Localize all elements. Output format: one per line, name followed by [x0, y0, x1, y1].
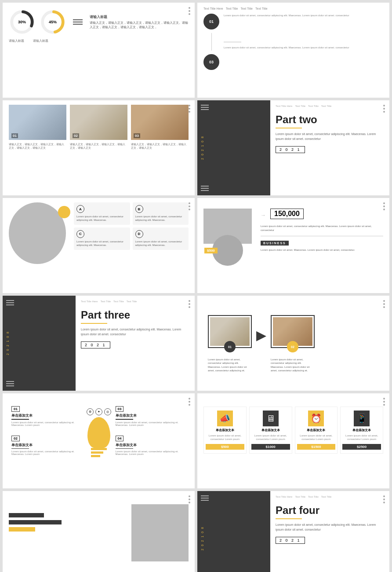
bulb-center: ⚙ ✦ ◎ — [87, 404, 111, 457]
card-b-text: Lorem ipsum dolor sit amet, consectetur … — [135, 215, 186, 222]
caption-1: 请输入正文，请输入正文，请输入正文，请输入正文，请输入正文，请输入正文 — [9, 143, 66, 150]
slide9-menu[interactable] — [189, 398, 190, 406]
item-02-line — [11, 448, 29, 449]
photo-num-1: 01 — [11, 133, 18, 138]
circles-column: 01 03 — [203, 14, 219, 70]
vert-year-text: 2 0 2 1 0 8 — [201, 136, 267, 160]
item-04-line — [116, 448, 133, 449]
flow-circle-2: 02 — [287, 341, 298, 352]
ci-3: ◎ — [104, 408, 111, 415]
slide-3: 01 02 03 请输入正文，请输入正文，请输入正文，请输入正文，请输入正文，请… — [3, 100, 195, 195]
slide3-captions: 请输入正文，请输入正文，请输入正文，请输入正文，请输入正文，请输入正文 请输入正… — [9, 143, 189, 150]
item-01-line — [11, 419, 29, 420]
slide3-photos: 01 02 03 — [9, 105, 189, 140]
photo-num-2: 02 — [73, 133, 79, 138]
bulb-base — [91, 448, 107, 457]
price-cards-row: 📣 单击添加文本 Lorem ipsum dolor sit amet, con… — [203, 407, 383, 454]
dark-left-panel: 2 0 2 1 0 8 — [197, 100, 270, 195]
slide5-circle-img — [9, 202, 66, 264]
slide7-menu-top — [6, 300, 72, 305]
slide1-body: 请输入正文，请输入正文，请输入正文，请输入正文，请输入正文。请输入正文，请输入正… — [90, 21, 189, 29]
slide-11 — [3, 491, 195, 572]
slide6-menu[interactable] — [383, 202, 385, 210]
slide12-dark-panel: 2 0 2 1 0 8 — [197, 491, 270, 572]
flow-item-1: 01 Lorem ipsum dolor sit amet, consectet… — [208, 315, 252, 373]
label-1: 请输入标题 — [9, 39, 24, 43]
slide4-nav: Text Title Here Text Title Text Title Te… — [276, 105, 384, 107]
item1-desc: Lorem ipsum dolor sit amet, consectetur … — [224, 14, 383, 17]
bar-rect-2 — [9, 520, 62, 524]
flow-item-2: 02 Lorem ipsum dolor sit amet, consectet… — [271, 315, 315, 373]
card1-price: $500 — [206, 444, 244, 450]
item-01-num: 01 — [11, 406, 20, 412]
slide9-layout: 01 单击添加文本 Lorem ipsum dolor sit amet, co… — [9, 404, 189, 457]
bulb-body — [87, 417, 110, 448]
slide-7: 2 0 2 1 0 8 Text Title Here Text Title T… — [3, 296, 195, 391]
slide5-menu[interactable] — [189, 202, 190, 210]
slide9-left-col: 01 单击添加文本 Lorem ipsum dolor sit amet, co… — [11, 404, 82, 455]
circle-01: 01 — [203, 14, 219, 29]
slide5-content: A Lorem ipsum dolor sit amet, consectetu… — [9, 202, 189, 273]
vert-line — [211, 33, 212, 51]
item-03: 03 单击添加文本 Lorem ipsum dolor sit amet, co… — [116, 404, 186, 426]
nav-item-1: Text Title Here — [203, 7, 223, 10]
card3-icon-sq: ⏰ — [308, 411, 324, 426]
donut-chart-1: 30% — [9, 9, 35, 35]
slide8-menu[interactable] — [383, 300, 385, 308]
slide11-menu[interactable] — [189, 495, 190, 503]
slide7-year-box: 2 0 2 1 — [81, 341, 110, 348]
slide-4: 2 0 2 1 0 8 Text Title Here Text Title T… — [197, 100, 389, 195]
bulb-icons-row: ⚙ ✦ ◎ — [87, 408, 111, 417]
clock-icon: ⏰ — [311, 413, 322, 424]
letter-b: B — [135, 205, 143, 213]
slide7-vert-text: 2 0 2 1 0 8 — [6, 331, 72, 355]
slide7-dark-panel: 2 0 2 1 0 8 — [3, 296, 76, 391]
slide2-content: 01 03 Lorem ipsum dolor sit amet, consec… — [203, 14, 383, 70]
slide7-underline — [81, 323, 107, 324]
slide10-menu[interactable] — [383, 398, 385, 406]
card1-title: 单击添加文本 — [216, 428, 234, 433]
card4-icon-sq: 📱 — [354, 411, 370, 426]
card-c: C Lorem ipsum dolor sit amet, consectetu… — [74, 227, 130, 250]
slide7-menu[interactable] — [189, 300, 190, 308]
abcd-grid: A Lorem ipsum dolor sit amet, consectetu… — [74, 202, 189, 250]
menu-lines-icon — [73, 19, 83, 25]
slide12-menu-top — [201, 495, 267, 501]
slide3-menu[interactable] — [189, 105, 190, 113]
item-02: 02 单击添加文本 Lorem ipsum dolor sit amet, co… — [11, 433, 82, 456]
yellow-circle — [58, 206, 70, 218]
slide6-desc1: Lorem ipsum dolor sit amet, consectetur … — [261, 224, 383, 232]
slide-5: A Lorem ipsum dolor sit amet, consectetu… — [3, 198, 195, 293]
megaphone-icon: 📣 — [219, 413, 230, 424]
arrow-right-icon: ▶ — [256, 327, 266, 343]
business-label: BUSINESS — [261, 241, 289, 246]
slide-menu[interactable] — [189, 7, 190, 15]
flow-text-1: Lorem ipsum dolor sit amet, consectetur … — [208, 358, 252, 373]
slide-12: 2 0 2 1 0 8 Text Title Here Text Title T… — [197, 491, 389, 572]
part-four-title: Part four — [276, 504, 384, 517]
item-04-num: 04 — [116, 436, 124, 441]
price-card-1: 📣 单击添加文本 Lorem ipsum dolor sit amet, con… — [203, 407, 247, 454]
card4-title: 单击添加文本 — [352, 428, 371, 433]
letter-c: C — [76, 230, 84, 238]
slide2-right-col: Lorem ipsum dolor sit amet, consectetur … — [224, 14, 383, 70]
photo-1: 01 — [9, 105, 66, 140]
card4-desc: Lorem ipsum dolor sit amet, consectetur … — [342, 434, 381, 441]
card-d: D Lorem ipsum dolor sit amet, consectetu… — [133, 227, 189, 250]
slide5-image-area — [9, 202, 70, 273]
slide12-menu[interactable] — [383, 495, 385, 503]
slide-9: 01 单击添加文本 Lorem ipsum dolor sit amet, co… — [3, 393, 195, 488]
part-three-desc: Lorem ipsum dolor sit amet, consectetur … — [81, 327, 189, 337]
card3-title: 单击添加文本 — [307, 428, 325, 433]
flow-item-2-img-wrap: 02 — [271, 315, 315, 348]
slide11-content — [9, 504, 189, 561]
year-box: 2 0 2 1 — [276, 146, 305, 153]
photo-3: 03 — [131, 105, 189, 140]
ci-2: ✦ — [95, 408, 102, 415]
slide6-image-area: $500 — [203, 209, 256, 266]
part-two-title: Part two — [276, 114, 384, 126]
card1-icon-sq: 📣 — [217, 411, 233, 426]
item-04-sub: Lorem ipsum dolor sit amet, consectetur … — [116, 450, 186, 455]
slide4-menu[interactable] — [383, 105, 385, 113]
part-four-desc: Lorem ipsum dolor sit amet, consectetur … — [276, 523, 384, 532]
